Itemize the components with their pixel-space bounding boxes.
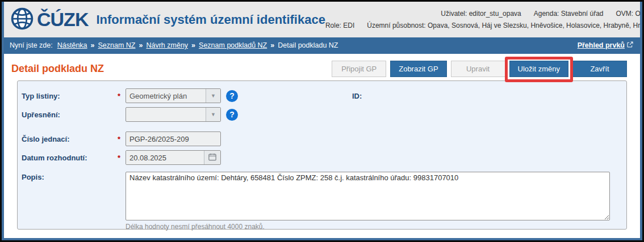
app-header: ČÚZK Informační systém územní identifika… [4,2,640,37]
calendar-icon [208,153,216,163]
breadcrumb-link-navrh-zmeny[interactable]: Návrh změny [146,41,188,49]
upresneni-label: Upřesnění: [22,111,118,119]
role-label: Role: EDI [325,22,354,29]
globe-icon [10,6,35,33]
chevron-down-icon: ▼ [206,89,220,103]
content-area: Detail podkladu NZ Připojit GP Zobrazit … [4,54,640,238]
required-marker: * [118,154,126,162]
datum-rozhodnuti-input [126,151,204,164]
cislo-jednaci-input [126,131,221,146]
required-marker: * [118,92,126,100]
app-title: Informační systém územní identifikace [96,12,325,27]
cislo-jednaci-label: Číslo jednací: [22,135,118,143]
ovm-label: OVM: OPAVA [616,10,643,18]
breadcrumb-prefix: Nyní jste zde: [10,41,53,49]
cislo-jednaci-row: Číslo jednací: * [22,131,621,146]
breadcrumb-bar: Nyní jste zde: Nástěnka » Seznam NZ » Ná… [4,37,640,54]
external-link-icon [627,41,633,49]
upresneni-help-icon[interactable]: ? [226,109,238,121]
typ-listiny-row: Typ listiny: * Geometrický plán ▼ ? ID: [22,88,621,103]
breadcrumb-separator: » [91,41,95,49]
upravit-button: Upravit [451,61,505,77]
popis-textarea[interactable]: Název katastrálního území: Dehtáry, 6584… [126,172,610,220]
breadcrumb-link-nastenka[interactable]: Nástěnka [57,41,87,49]
scope-label: Územní působnost: Opava, Sosnová, Háj ve… [367,22,642,29]
user-label: Uživatel: editor_stu_opava [441,10,521,18]
typ-listiny-value: Geometrický plán [126,92,206,100]
breadcrumb-link-seznam-nz[interactable]: Seznam NZ [98,41,136,49]
breadcrumb-current: Detail podkladu NZ [278,41,338,49]
popis-hint: Délka hodnoty nesmí přesáhnout 4000 znak… [126,223,621,231]
title-toolbar-row: Detail podkladu NZ Připojit GP Zobrazit … [11,60,627,78]
cuzk-logo: ČÚZK [10,6,88,33]
overview-link-area: Přehled prvků [578,41,633,49]
breadcrumb-separator: » [139,41,143,49]
header-user-info: Uživatel: editor_stu_opava Agenda: Stave… [325,7,642,32]
app-window-inner: ČÚZK Informační systém územní identifika… [2,2,642,240]
logo-text: ČÚZK [37,9,88,31]
upresneni-row: Upřesnění: ▼ ? [22,107,621,122]
required-marker: * [118,135,126,143]
header-user-area: Uživatel: editor_stu_opava Agenda: Stave… [325,7,642,32]
chevron-down-icon: ▼ [206,108,220,121]
datum-rozhodnuti-field [126,150,221,165]
app-window: ČÚZK Informační systém územní identifika… [0,0,644,242]
agenda-label: Agenda: Stavební úřad [534,10,604,18]
breadcrumb-link-seznam-podkladu-nz[interactable]: Seznam podkladů NZ [199,41,267,49]
typ-listiny-select: Geometrický plán ▼ [126,88,221,103]
overview-link[interactable]: Přehled prvků [578,41,625,49]
breadcrumb-separator: » [191,41,195,49]
action-toolbar: Připojit GP Zobrazit GP Upravit Uložit z… [332,61,627,77]
datum-rozhodnuti-label: Datum rozhodnutí: [22,154,118,162]
typ-listiny-label: Typ listiny: [22,92,118,100]
id-label: ID: [352,92,362,100]
pripojit-gp-button: Připojit GP [332,61,386,77]
popis-label: Popis: [22,172,118,181]
popis-row: Popis: Název katastrálního území: Dehtár… [22,172,621,220]
zavrit-button[interactable]: Zavřít [572,61,627,77]
detail-form-panel: Typ listiny: * Geometrický plán ▼ ? ID: … [17,80,627,230]
breadcrumb-separator: » [270,41,274,49]
upresneni-select: ▼ [126,107,221,122]
zobrazit-gp-button[interactable]: Zobrazit GP [390,61,446,77]
ulozit-zmeny-button[interactable]: Uložit změny [509,61,568,77]
page-title: Detail podkladu NZ [11,63,104,75]
datum-rozhodnuti-row: Datum rozhodnutí: * [22,150,621,165]
typ-listiny-help-icon[interactable]: ? [226,90,238,102]
calendar-button [204,151,220,164]
